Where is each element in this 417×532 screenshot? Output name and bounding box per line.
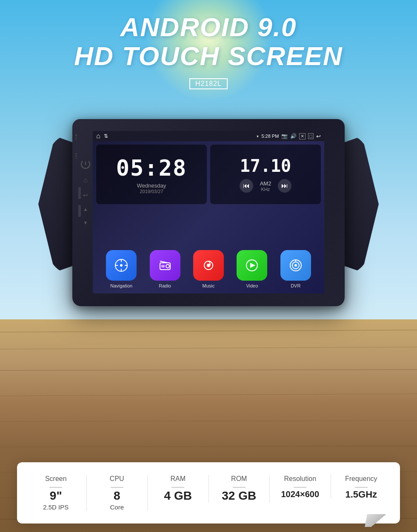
spec-divider-5	[294, 487, 306, 488]
rst-label: RST	[75, 153, 77, 160]
app-video[interactable]: Video	[237, 250, 267, 288]
status-bar: ⌂ ⇅ ▾ 5:28 PM 📷 🔊 ✕ □ ↩	[93, 131, 324, 141]
spec-frequency: Frequency 1.5GHz	[331, 475, 392, 500]
spec-ram-label: RAM	[170, 475, 186, 483]
dvr-label: DVR	[291, 283, 300, 288]
apps-row: Navigation Radio	[93, 245, 324, 293]
app-dvr[interactable]: DVR	[280, 250, 311, 288]
radio-app-icon	[150, 250, 180, 281]
widget-row: 05:28 Wednesday 2019/03/27 17.10 ⏮ AM2 K…	[96, 145, 321, 204]
minimize-icon: □	[308, 133, 314, 139]
radio-unit: KHz	[261, 187, 270, 192]
svg-point-16	[166, 265, 169, 268]
device-body: MIC RST ⌂ ↩ ▲ ▼ ⌂ ⇅ ▾	[72, 119, 345, 306]
spec-cpu: CPU 8 Core	[87, 475, 148, 511]
title-hd: HD TOUCH SCREEN	[0, 42, 417, 71]
spec-frequency-value: 1.5GHz	[345, 489, 377, 500]
spec-divider-2	[111, 487, 123, 488]
clock-time: 05:28	[116, 155, 187, 181]
specs-section: Screen 9" 2.5D IPS CPU 8 Core RAM 4 GB R…	[17, 462, 400, 523]
svg-point-25	[294, 264, 297, 267]
svg-line-2	[0, 370, 417, 370]
spec-rom-label: ROM	[231, 475, 247, 483]
spec-divider-3	[171, 487, 184, 488]
radio-controls: ⏮ AM2 KHz ⏭	[240, 179, 292, 193]
status-bar-left: ⌂ ⇅	[96, 132, 108, 140]
video-label: Video	[246, 283, 258, 288]
video-icon	[237, 250, 267, 281]
app-radio[interactable]: Radio	[150, 250, 180, 288]
svg-line-5	[0, 446, 417, 447]
svg-line-0	[0, 330, 417, 332]
navigation-label: Navigation	[110, 283, 132, 288]
spec-ram-value: 4 GB	[164, 489, 192, 503]
model-badge: H2182L	[189, 78, 228, 89]
spec-frequency-label: Frequency	[345, 475, 377, 483]
back-icon[interactable]: ↩	[83, 192, 88, 199]
spec-resolution-value: 1024×600	[281, 489, 319, 499]
radio-prev-btn[interactable]: ⏮	[240, 179, 253, 193]
mic-label: MIC	[75, 134, 77, 141]
spec-screen-sub: 2.5D IPS	[43, 504, 69, 511]
usb-icon: ⇅	[104, 133, 108, 139]
spec-rom: ROM 32 GB	[209, 475, 270, 503]
spec-cpu-value: 8	[114, 489, 120, 503]
camera-icon: 📷	[281, 133, 288, 139]
spec-screen-value: 9"	[50, 489, 62, 503]
dvr-icon	[280, 250, 311, 281]
home-icon[interactable]: ⌂	[83, 176, 88, 184]
spec-cpu-sub: Core	[110, 504, 124, 511]
title-android: ANDROID 9.0	[0, 13, 417, 42]
svg-point-20	[207, 264, 210, 267]
specs-grid: Screen 9" 2.5D IPS CPU 8 Core RAM 4 GB R…	[26, 475, 391, 511]
spec-resolution-label: Resolution	[284, 475, 316, 483]
header: ANDROID 9.0 HD TOUCH SCREEN H2182L	[0, 13, 417, 89]
spec-screen-label: Screen	[45, 475, 67, 483]
spec-divider-1	[49, 487, 62, 488]
spec-cpu-label: CPU	[110, 475, 124, 483]
vol-up-icon[interactable]: ▲	[83, 206, 88, 212]
app-music[interactable]: Music	[193, 250, 224, 288]
music-label: Music	[203, 283, 215, 288]
volume-icon: 🔊	[290, 133, 297, 139]
svg-point-10	[120, 264, 123, 267]
radio-next-btn[interactable]: ⏭	[278, 179, 291, 193]
car-head-unit: MIC RST ⌂ ↩ ▲ ▼ ⌂ ⇅ ▾	[72, 119, 345, 306]
nav-back-icon[interactable]: ↩	[316, 133, 321, 139]
svg-line-3	[0, 394, 417, 396]
device-screen[interactable]: ⌂ ⇅ ▾ 5:28 PM 📷 🔊 ✕ □ ↩	[93, 131, 324, 293]
spec-resolution: Resolution 1024×600	[270, 475, 331, 499]
radio-band: AM2	[260, 180, 271, 187]
vol-down-icon[interactable]: ▼	[83, 220, 88, 226]
spec-divider-6	[355, 487, 368, 488]
svg-rect-18	[161, 265, 165, 267]
screen-content: 05:28 Wednesday 2019/03/27 17.10 ⏮ AM2 K…	[93, 141, 324, 293]
app-navigation[interactable]: Navigation	[106, 250, 137, 288]
wifi-icon: ▾	[257, 134, 259, 139]
status-bar-right: ▾ 5:28 PM 📷 🔊 ✕ □ ↩	[257, 133, 321, 139]
svg-marker-22	[250, 263, 255, 268]
radio-widget: 17.10 ⏮ AM2 KHz ⏭	[210, 145, 321, 204]
spec-divider-4	[233, 487, 246, 488]
status-time: 5:28 PM	[261, 134, 279, 139]
close-icon: ✕	[299, 133, 306, 139]
control-icons: ⌂ ↩ ▲ ▼	[81, 159, 90, 226]
spec-ram: RAM 4 GB	[148, 475, 209, 503]
navigation-icon	[106, 250, 137, 281]
spec-screen: Screen 9" 2.5D IPS	[26, 475, 87, 511]
clock-day: Wednesday	[137, 182, 166, 189]
clock-date: 2019/03/27	[140, 189, 163, 194]
music-icon	[193, 250, 224, 281]
svg-line-4	[0, 421, 417, 421]
android-home-icon[interactable]: ⌂	[96, 132, 100, 140]
radio-label-app: Radio	[159, 283, 171, 288]
spec-rom-value: 32 GB	[222, 489, 256, 503]
power-icon[interactable]	[81, 159, 90, 169]
radio-frequency: 17.10	[240, 156, 291, 176]
svg-line-1	[0, 347, 417, 349]
clock-widget: 05:28 Wednesday 2019/03/27	[96, 145, 207, 204]
